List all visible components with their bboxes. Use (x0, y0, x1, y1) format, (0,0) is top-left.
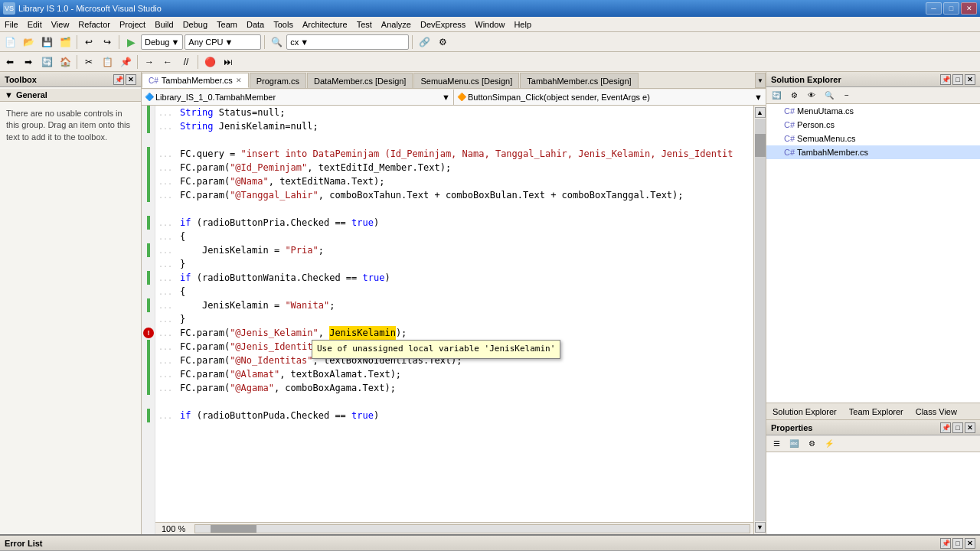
tab-tambah-member[interactable]: C# TambahMember.cs ✕ (142, 73, 249, 88)
scroll-thumb-v[interactable] (755, 134, 766, 157)
debug-config-dropdown[interactable]: Debug ▼ (141, 34, 183, 50)
maximize-button[interactable]: □ (943, 2, 959, 15)
el-close-button[interactable]: ✕ (965, 538, 975, 549)
props-properties-button[interactable]: ⚙ (803, 435, 820, 452)
tab-tambah-member-design[interactable]: TambahMember.cs [Design] (520, 73, 638, 88)
undo-button[interactable]: ↩ (80, 34, 97, 51)
menu-tools[interactable]: Tools (269, 17, 298, 31)
settings-button[interactable]: ⚙ (434, 34, 451, 51)
scroll-down-button[interactable]: ▼ (755, 522, 766, 533)
nav-forward-button[interactable]: ➡ (20, 54, 37, 70)
se-tab-team-explorer[interactable]: Team Explorer (843, 406, 910, 418)
tab-datamember-design[interactable]: DataMember.cs [Design] (307, 73, 413, 88)
toolbox-pin-button[interactable]: 📌 (113, 74, 124, 85)
vertical-scrollbar[interactable]: ▲ ▼ (753, 106, 766, 534)
props-alphabetical-button[interactable]: 🔤 (786, 435, 802, 452)
code-line-17: ... FC.param("@Jenis_Kelamin", JenisKela… (158, 326, 750, 340)
el-maximize-button[interactable]: □ (952, 538, 963, 549)
scroll-track[interactable] (755, 119, 766, 521)
breakpoint-button[interactable]: 🔴 (201, 54, 218, 70)
new-project-button[interactable]: 📄 (2, 34, 18, 51)
cut-button[interactable]: ✂ (80, 54, 97, 70)
minimize-button[interactable]: ─ (926, 2, 942, 15)
el-controls[interactable]: 📌 □ ✕ (940, 538, 975, 549)
menu-team[interactable]: Team (212, 17, 242, 31)
menu-devexpress[interactable]: DevExpress (416, 17, 470, 31)
se-close-button[interactable]: ✕ (965, 74, 975, 85)
class-nav-dropdown[interactable]: 🔷 Library_IS_1_0.TambahMember ▼ (142, 90, 454, 105)
menu-analyze[interactable]: Analyze (377, 17, 416, 31)
method-nav-label: ButtonSimpan_Click(object sender, EventA… (468, 93, 650, 102)
copy-button[interactable]: 📋 (99, 54, 116, 70)
code-line-9: ... if (radioButtonPria.Checked == true) (158, 216, 750, 230)
menu-window[interactable]: Window (470, 17, 509, 31)
se-tab-class-view[interactable]: Class View (910, 406, 963, 418)
el-pin-button[interactable]: 📌 (940, 538, 951, 549)
tree-item-menuutama[interactable]: C# MenuUtama.cs (766, 104, 980, 118)
step-over-button[interactable]: ⏭ (220, 54, 237, 70)
comment-button[interactable]: // (178, 54, 194, 70)
se-maximize-button[interactable]: □ (952, 74, 963, 85)
se-pin-button[interactable]: 📌 (940, 74, 951, 85)
outdent-button[interactable]: ← (159, 54, 176, 70)
horizontal-scrollbar[interactable] (194, 524, 750, 533)
home-button[interactable]: 🏠 (57, 54, 74, 70)
menu-project[interactable]: Project (115, 17, 150, 31)
open-button[interactable]: 📂 (20, 34, 37, 51)
toolbox-controls[interactable]: 📌 ✕ (113, 74, 136, 85)
scroll-up-button[interactable]: ▲ (755, 107, 766, 118)
indent-button[interactable]: → (141, 54, 158, 70)
props-controls[interactable]: 📌 □ ✕ (940, 422, 975, 433)
se-filter-button[interactable]: 🔍 (821, 87, 838, 104)
platform-dropdown[interactable]: Any CPU ▼ (185, 34, 261, 50)
menu-edit[interactable]: Edit (23, 17, 47, 31)
paste-button[interactable]: 📌 (117, 54, 134, 70)
props-close-button[interactable]: ✕ (965, 422, 975, 433)
redo-button[interactable]: ↪ (99, 34, 116, 51)
toolbox-close-button[interactable]: ✕ (126, 74, 136, 85)
menu-refactor[interactable]: Refactor (74, 17, 115, 31)
menu-file[interactable]: File (0, 17, 23, 31)
start-button[interactable]: ▶ (122, 34, 139, 51)
save-button[interactable]: 💾 (38, 34, 55, 51)
title-bar: VS Library IS 1.0 - Microsoft Visual Stu… (0, 0, 980, 17)
toolbox-section-header[interactable]: ▼ General (0, 89, 141, 102)
se-collapse-button[interactable]: − (838, 87, 855, 104)
menu-debug[interactable]: Debug (178, 17, 212, 31)
find-button[interactable]: 🔍 (268, 34, 285, 51)
file-icon2: C# (784, 120, 795, 129)
tree-item-tambah-member[interactable]: C# TambahMember.cs (766, 145, 980, 159)
tab-semuamenu-design[interactable]: SemuaMenu.cs [Design] (413, 73, 519, 88)
props-pin-button[interactable]: 📌 (940, 422, 951, 433)
save-all-button[interactable]: 🗂️ (57, 34, 74, 51)
method-nav-dropdown[interactable]: 🔶 ButtonSimpan_Click(object sender, Even… (454, 90, 766, 105)
tab-close-button[interactable]: ✕ (236, 77, 242, 84)
nav-back-button[interactable]: ⬅ (2, 54, 18, 70)
tree-item-semuamenu[interactable]: C# SemuaMenu.cs (766, 132, 980, 145)
tabs-overflow-button[interactable]: ▼ (755, 73, 766, 88)
scroll-thumb[interactable] (211, 525, 256, 533)
se-properties-button[interactable]: ⚙ (786, 87, 802, 104)
search-dropdown[interactable]: cx ▼ (286, 34, 409, 50)
menu-build[interactable]: Build (150, 17, 178, 31)
code-editor[interactable]: ... String Status=null; ... String Jenis… (155, 106, 753, 522)
menu-data[interactable]: Data (242, 17, 269, 31)
se-controls[interactable]: 📌 □ ✕ (940, 74, 975, 85)
tab-label-datamember: DataMember.cs [Design] (314, 77, 406, 86)
tree-item-person[interactable]: C# Person.cs (766, 118, 980, 132)
menu-help[interactable]: Help (509, 17, 536, 31)
props-categorized-button[interactable]: ☰ (768, 435, 785, 452)
refresh-button[interactable]: 🔄 (38, 54, 55, 70)
close-button[interactable]: ✕ (961, 2, 977, 15)
attach-button[interactable]: 🔗 (416, 34, 433, 51)
se-show-all-button[interactable]: 👁 (803, 87, 820, 104)
window-controls[interactable]: ─ □ ✕ (926, 2, 977, 15)
tab-program[interactable]: Program.cs (250, 73, 306, 88)
se-tab-solution-explorer[interactable]: Solution Explorer (766, 406, 843, 418)
se-refresh-button[interactable]: 🔄 (768, 87, 785, 104)
props-maximize-button[interactable]: □ (952, 422, 963, 433)
menu-test[interactable]: Test (352, 17, 377, 31)
menu-view[interactable]: View (47, 17, 74, 31)
props-events-button[interactable]: ⚡ (821, 435, 838, 452)
menu-architecture[interactable]: Architecture (298, 17, 352, 31)
